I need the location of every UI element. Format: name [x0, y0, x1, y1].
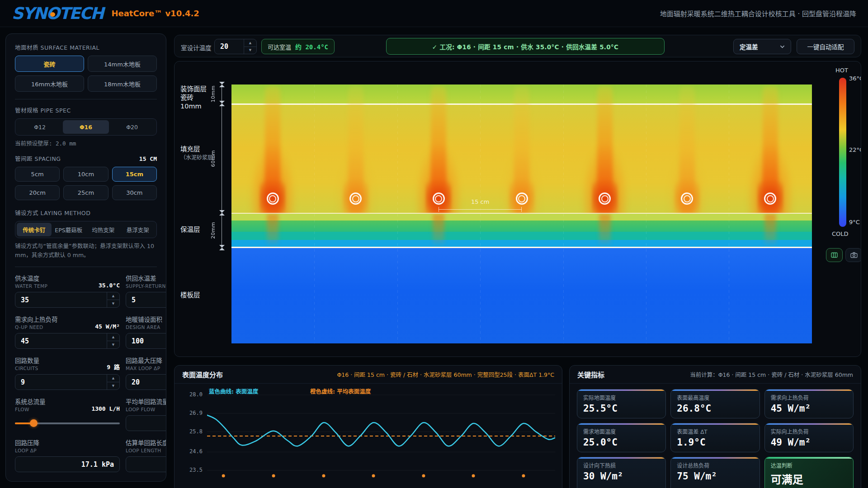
pipe-spec-option-1[interactable]: Φ12: [17, 120, 63, 134]
field-label: 回路最大压降MAX LOOP ΔP: [126, 356, 162, 371]
y-axis-tick: 28.0: [179, 391, 203, 398]
room-temp-label: 室设计温度: [181, 43, 212, 52]
supply_return_dt-input[interactable]: [126, 292, 166, 307]
spacing-option-3[interactable]: 15cm: [112, 167, 157, 182]
header-subtitle: 地面辐射采暖系统二维热工耦合设计校核工具 · 回型盘管沿程温降: [660, 9, 856, 18]
spacing-option-1[interactable]: 5cm: [15, 167, 60, 182]
circuits-input[interactable]: [15, 375, 107, 389]
chart-title: 表面温度分布: [182, 370, 223, 379]
stepper-up-icon[interactable]: ▲: [107, 333, 119, 341]
pipe-position-dot: [222, 474, 225, 478]
brand-logo: SYNOTECH: [12, 5, 103, 22]
laying-method-note: 铺设方式与“管底余量”参数联动；悬浮支架默认带入 10 mm，其余方式默认 0 …: [15, 242, 157, 259]
material-option-3[interactable]: 16mm木地板: [15, 75, 84, 92]
spacing-option-6[interactable]: 30cm: [112, 185, 157, 200]
snapshot-button[interactable]: [845, 248, 861, 262]
y-axis-tick: 26.9: [179, 410, 203, 416]
colorbar-tick: 22°C: [849, 146, 861, 153]
spacing-value-badge: 15 CM: [139, 155, 157, 162]
pipe-spec-segmented: Φ12Φ16Φ20: [15, 118, 157, 136]
layer-label-decorative: 装饰面层 瓷砖 10mm: [180, 85, 207, 111]
card-accent: [671, 389, 759, 391]
metric-value: 75 W/m²: [677, 471, 753, 482]
card-accent: [577, 389, 665, 391]
dimension-10mm: 10mm: [210, 85, 216, 102]
y-axis-tick: 24.6: [179, 448, 203, 455]
pipe-position-dot: [422, 474, 425, 478]
field-label: 回路压降LOOP ΔP: [15, 438, 39, 453]
loop_dp-readout: 17.1 kPa: [15, 456, 120, 472]
metric-label: 需求地面温度: [583, 427, 660, 435]
field-water_temp: 供水温度WATER TEMP35.0°C▲▼: [15, 273, 120, 308]
dimension-marker: [218, 210, 225, 216]
grid-view-button[interactable]: [826, 248, 843, 262]
field-supply_return_dt: 供回水温差SUPPLY-RETURN ΔT5.0°C▲▼: [126, 273, 166, 308]
metric-label: 表面最高温度: [677, 394, 753, 401]
metrics-title: 关键指标: [577, 370, 604, 379]
metric-label: 实际地面温度: [583, 394, 660, 401]
laying-option-2[interactable]: EPS蘑菇板: [52, 223, 86, 236]
metric-value: 45 W/m²: [771, 403, 847, 414]
q_up_need-input[interactable]: [15, 333, 107, 348]
metric-card-4: 需求地面温度25.0°C: [577, 423, 666, 452]
spacing-option-4[interactable]: 20cm: [15, 185, 60, 200]
spacing-option-5[interactable]: 25cm: [63, 185, 108, 200]
parameter-fields: 供水温度WATER TEMP35.0°C▲▼供回水温差SUPPLY-RETURN…: [15, 273, 157, 472]
field-design_area: 地暖铺设面积DESIGN AREA100 m²▲▼: [126, 314, 166, 349]
surface-material-label: 地面材质 SURFACE MATERIAL: [15, 43, 157, 52]
sidebar: 地面材质 SURFACE MATERIAL 瓷砖14mm木地板16mm木地板18…: [5, 33, 166, 482]
slider-thumb[interactable]: [30, 419, 38, 427]
metric-cards-grid: 实际地面温度25.5°C表面最高温度26.8°C需求向上热负荷45 W/m²需求…: [570, 384, 861, 488]
pipe-wall-note: 当前预设壁厚: 2.0 mm: [15, 139, 157, 148]
stepper-up-icon[interactable]: ▲: [244, 39, 256, 47]
logo-o-icon: O: [46, 5, 59, 22]
stepper-up-icon[interactable]: ▲: [107, 292, 119, 300]
field-label: 平均单回路流量LOOP FLOW: [126, 397, 166, 412]
flow-slider[interactable]: [15, 415, 120, 431]
stepper-down-icon[interactable]: ▼: [107, 341, 119, 348]
stepper-up-icon[interactable]: ▲: [107, 375, 119, 382]
stepper-down-icon[interactable]: ▼: [107, 300, 119, 307]
water_temp-input[interactable]: [15, 292, 107, 307]
metric-label: 需求向上热负荷: [771, 394, 847, 401]
material-option-2[interactable]: 14mm木地板: [88, 56, 157, 72]
y-axis-tick: 25.8: [179, 428, 203, 435]
laying-option-1[interactable]: 传统卡钉: [17, 223, 52, 236]
laying-option-4[interactable]: 悬浮支架: [121, 223, 156, 236]
colorbar-hot-label: HOT: [835, 67, 848, 74]
chart-subtitle: Φ16 · 间距 15 cm · 瓷砖 / 石材 · 水泥砂浆层 60mm · …: [337, 370, 554, 379]
material-option-4[interactable]: 18mm木地板: [88, 75, 157, 92]
app-root: SYNOTECH HeatCore™ v10.4.2 地面辐射采暖系统二维热工耦…: [0, 0, 868, 488]
material-option-1[interactable]: 瓷砖: [15, 56, 84, 72]
loop_length-readout: 81.5 m: [126, 456, 166, 472]
card-accent: [671, 423, 759, 425]
heatmap-gridline: [314, 84, 315, 343]
max_loop_dp-input[interactable]: [126, 375, 166, 389]
field-circuits: 回路数量CIRCUITS9 路▲▼: [15, 356, 120, 390]
pipe-spec-option-2[interactable]: Φ16: [63, 120, 109, 134]
room-temp-input[interactable]: [215, 39, 244, 54]
pipe-position-dot: [322, 474, 325, 478]
layer-label-insulation: 保温层: [180, 225, 200, 234]
auto-fit-button[interactable]: 一键自动适配: [797, 39, 854, 54]
dimension-marker: [218, 82, 225, 87]
stepper-down-icon[interactable]: ▼: [244, 47, 256, 54]
spacing-dimension-label: 15 cm: [439, 198, 522, 205]
stepper-down-icon[interactable]: ▼: [107, 382, 119, 389]
pipe-spec-option-3[interactable]: Φ20: [109, 120, 155, 134]
metric-value: 可满足: [771, 471, 847, 487]
metric-label: 设计向下热损: [583, 461, 660, 469]
dimension-20mm: 20mm: [210, 222, 216, 239]
design_area-input[interactable]: [126, 333, 166, 348]
field-label: 供回水温差SUPPLY-RETURN ΔT: [126, 273, 166, 289]
metric-label: 表面温差 ΔT: [677, 427, 753, 435]
laying-option-3[interactable]: 均热支架: [86, 223, 121, 236]
card-accent: [577, 457, 665, 459]
heatmap-gridline: [397, 84, 398, 343]
mode-select[interactable]: 定温差: [733, 39, 791, 54]
metric-label: 实际向上热负荷: [771, 427, 847, 435]
field-label: 回路数量CIRCUITS: [15, 356, 39, 371]
card-accent: [765, 423, 853, 425]
spacing-option-2[interactable]: 10cm: [63, 167, 108, 182]
colorbar-tick: 9°C: [849, 219, 860, 225]
